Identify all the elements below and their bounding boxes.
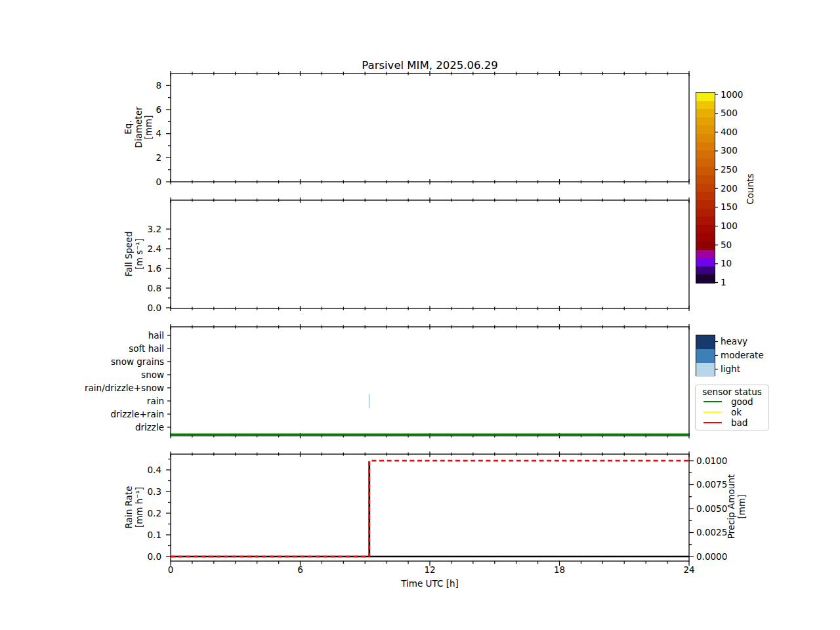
tick-label-group: 024680.00.81.62.43.20.00.10.20.30.40.000… — [148, 80, 744, 575]
tick-label: 4 — [156, 128, 161, 138]
xlabel: Time UTC [h] — [171, 578, 689, 589]
intensity-swatch-moderate — [696, 349, 715, 363]
legend-item-good: good — [704, 397, 753, 406]
ylabel-line: Precip Amount — [726, 474, 737, 539]
ylabel-line: Fall Speed — [124, 232, 135, 277]
tick-label: 150 — [721, 201, 738, 212]
axes-border — [171, 200, 689, 308]
figure: 024680.00.81.62.43.20.00.10.20.30.40.000… — [0, 0, 840, 630]
ylabel-line: [m s⁻¹] — [134, 232, 144, 277]
axes-border — [171, 454, 689, 561]
tick-label: 0.0 — [148, 551, 161, 562]
axes-border — [171, 327, 689, 436]
intensity-colorbar — [696, 335, 715, 376]
sensor-status-legend: sensor status good ok bad — [695, 385, 769, 430]
tick-label: 1000 — [721, 89, 743, 100]
counts-colorbar — [696, 92, 715, 284]
tick-label: 500 — [721, 108, 738, 118]
tick-label: 0.0100 — [696, 455, 727, 466]
legend-item-ok: ok — [704, 408, 742, 417]
axes-border — [171, 74, 689, 182]
series-precip-amount — [171, 461, 689, 556]
tick-label: 400 — [721, 127, 738, 137]
tick-label: 0.8 — [148, 283, 161, 293]
series-rain-rate — [171, 461, 689, 556]
tick-label: 0 — [156, 177, 161, 187]
tick-label: 1.6 — [148, 263, 161, 274]
tick-label: 10 — [721, 258, 732, 268]
tick-label: 0.1 — [148, 530, 161, 540]
intensity-swatch-light — [696, 363, 715, 377]
legend-line-ok — [704, 411, 722, 413]
category-label-drizzle: drizzle — [0, 421, 164, 433]
intensity-label-light: light — [721, 364, 740, 375]
tick-label: 6 — [156, 104, 161, 115]
tick-label: 12 — [424, 564, 435, 575]
category-label-rain: rain — [0, 395, 164, 407]
legend-item-bad: bad — [704, 418, 747, 427]
tick-label: 24 — [683, 564, 694, 575]
colorbar-label-text: Counts — [746, 173, 756, 204]
tick-label: 0.0075 — [696, 479, 727, 490]
ylabel-eq-diameter: Eq. Diameter [mm] — [123, 106, 154, 148]
tick-label: 200 — [721, 183, 738, 194]
tick-label: 0.0 — [148, 303, 161, 313]
tick-label: 0.0025 — [696, 527, 727, 537]
ylabel-line: Rain Rate — [124, 486, 135, 529]
category-label-hail: hail — [0, 329, 164, 341]
ylabel-precip-amount: Precip Amount [mm] — [726, 474, 747, 539]
tick-label: 0.0000 — [696, 551, 727, 562]
axis-ticks — [166, 71, 718, 566]
tick-label: 18 — [554, 564, 565, 575]
tick-label: 0.3 — [148, 486, 161, 497]
tick-label: 50 — [721, 240, 732, 250]
category-label-drizzle-rain: drizzle+rain — [0, 408, 164, 420]
ylabel-rain-rate: Rain Rate [mm h⁻¹] — [124, 486, 144, 529]
tick-label: 2.4 — [148, 243, 161, 254]
tick-label: 300 — [721, 145, 738, 156]
ylabel-line: [mm] — [144, 106, 154, 148]
tick-label: 100 — [721, 220, 738, 231]
tick-label: 250 — [721, 164, 738, 175]
legend-label-ok: ok — [731, 408, 742, 417]
legend-line-good — [704, 401, 722, 403]
category-label-snow-grains: snow grains — [0, 356, 164, 368]
intensity-swatch-heavy — [696, 335, 715, 349]
legend-label-good: good — [731, 397, 753, 406]
ylabel-fall-speed: Fall Speed [m s⁻¹] — [124, 232, 144, 277]
tick-label: 0.2 — [148, 508, 161, 518]
figure-title: Parsivel MIM, 2025.06.29 — [171, 59, 689, 72]
ylabel-line: [mm] — [736, 474, 747, 539]
axes-borders — [171, 74, 689, 561]
category-label-snow: snow — [0, 369, 164, 381]
tick-label: 8 — [156, 80, 161, 91]
category-label-soft-hail: soft hail — [0, 343, 164, 354]
legend-title: sensor status — [696, 387, 768, 397]
colorbar-label: Counts — [746, 173, 756, 204]
ylabel-line: [mm h⁻¹] — [134, 486, 144, 529]
tick-label: 3.2 — [148, 224, 161, 234]
legend-label-bad: bad — [731, 418, 747, 427]
ylabel-line: Diameter — [133, 106, 144, 148]
tick-label: 0 — [168, 564, 174, 575]
tick-label: 0.4 — [148, 465, 161, 475]
tick-label: 6 — [297, 564, 303, 575]
ylabel-line: Eq. — [123, 106, 134, 148]
legend-line-bad — [704, 422, 722, 424]
intensity-label-heavy: heavy — [721, 336, 747, 347]
tick-label: 1 — [721, 277, 726, 287]
tick-label: 2 — [156, 152, 161, 163]
category-label-rain-drizzle-snow: rain/drizzle+snow — [0, 382, 164, 394]
tick-label: 0.0050 — [696, 503, 727, 514]
intensity-label-moderate: moderate — [721, 350, 764, 361]
